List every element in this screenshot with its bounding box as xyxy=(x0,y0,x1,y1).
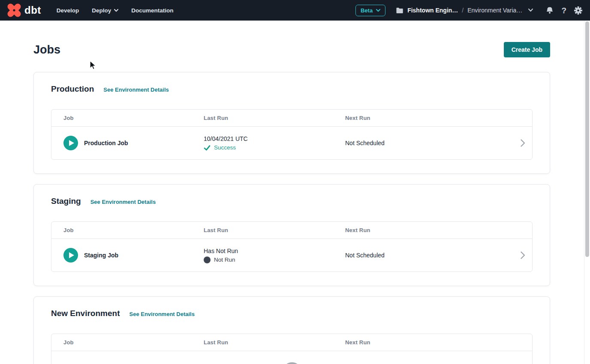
nav-documentation-label: Documentation xyxy=(131,7,173,14)
environment-card-new-environment: New Environment See Environment Details … xyxy=(33,296,550,364)
see-environment-details-link[interactable]: See Environment Details xyxy=(103,84,169,95)
nav-develop-label: Develop xyxy=(57,7,79,14)
main-nav: Develop Deploy Documentation xyxy=(57,7,174,14)
last-run-date: 10/04/2021 UTC xyxy=(204,135,345,142)
navbar-right: Beta Fishtown Engin… / Environment Varia… xyxy=(355,5,583,16)
breadcrumb-separator: / xyxy=(462,7,464,14)
notifications-button[interactable] xyxy=(545,6,554,15)
column-header-last-run: Last Run xyxy=(204,227,345,233)
last-run-status: Not Run xyxy=(214,257,235,263)
settings-button[interactable] xyxy=(573,6,583,15)
scrollbar-track[interactable] xyxy=(584,21,590,364)
dbt-logo-icon xyxy=(7,3,21,18)
jobs-table: Job Last Run Next Run Production Job 10/… xyxy=(51,109,533,160)
last-run-status: Success xyxy=(214,144,236,151)
chevron-down-icon xyxy=(114,9,118,12)
environment-name: Production xyxy=(51,84,94,95)
play-icon xyxy=(69,252,74,258)
empty-jobs-state: ? xyxy=(51,351,532,364)
job-name: Production Job xyxy=(84,140,128,146)
dbt-logo[interactable]: dbt xyxy=(7,3,41,18)
environment-card-staging: Staging See Environment Details Job Last… xyxy=(33,184,550,286)
column-header-next-run: Next Run xyxy=(345,227,506,233)
column-header-last-run: Last Run xyxy=(204,339,345,346)
column-header-job: Job xyxy=(63,115,204,121)
last-run-date: Has Not Run xyxy=(204,248,345,254)
help-button[interactable]: ? xyxy=(560,6,567,15)
run-job-button[interactable] xyxy=(63,248,78,263)
nav-item-develop[interactable]: Develop xyxy=(57,7,79,14)
next-run: Not Scheduled xyxy=(345,252,506,259)
gear-icon xyxy=(574,6,582,15)
column-header-last-run: Last Run xyxy=(204,115,345,121)
see-environment-details-link[interactable]: See Environment Details xyxy=(90,197,156,208)
see-environment-details-link[interactable]: See Environment Details xyxy=(129,309,194,320)
main-content: Jobs Create Job Production See Environme… xyxy=(0,21,584,364)
jobs-table: Job Last Run Next Run ? xyxy=(51,334,533,364)
success-check-icon xyxy=(204,145,211,151)
job-name: Staging Job xyxy=(84,252,118,259)
not-run-question-icon: ? xyxy=(204,257,211,263)
page-title: Jobs xyxy=(33,43,60,57)
breadcrumb-project[interactable]: Fishtown Engin… xyxy=(407,7,458,14)
environment-name: Staging xyxy=(51,196,81,207)
jobs-table-header: Job Last Run Next Run xyxy=(51,222,532,239)
page-header: Jobs Create Job xyxy=(33,42,550,57)
beta-label: Beta xyxy=(361,7,373,14)
brand-text: dbt xyxy=(24,4,41,16)
jobs-table: Job Last Run Next Run Staging Job Has No… xyxy=(51,221,533,272)
top-navbar: dbt Develop Deploy Documentation Beta Fi… xyxy=(0,0,590,21)
chevron-down-icon xyxy=(376,9,380,12)
nav-item-documentation[interactable]: Documentation xyxy=(131,7,173,14)
empty-state-question-icon: ? xyxy=(283,362,301,364)
chevron-right-icon[interactable] xyxy=(521,251,525,259)
nav-deploy-label: Deploy xyxy=(92,7,111,14)
column-header-next-run: Next Run xyxy=(345,339,506,346)
run-job-button[interactable] xyxy=(63,136,78,150)
chevron-down-icon[interactable] xyxy=(528,9,533,12)
job-row-production-job[interactable]: Production Job 10/04/2021 UTC Success No… xyxy=(51,127,532,159)
breadcrumb: Fishtown Engin… / Environment Varia… xyxy=(396,7,533,14)
scrollbar-thumb[interactable] xyxy=(585,21,589,257)
environment-card-production: Production See Environment Details Job L… xyxy=(33,72,550,174)
column-header-next-run: Next Run xyxy=(345,115,506,121)
breadcrumb-page[interactable]: Environment Varia… xyxy=(467,7,522,14)
create-job-button[interactable]: Create Job xyxy=(504,42,550,57)
question-mark-icon: ? xyxy=(561,6,566,15)
next-run: Not Scheduled xyxy=(345,140,506,146)
folder-icon xyxy=(396,7,403,14)
bell-icon xyxy=(546,6,554,15)
play-icon xyxy=(69,140,74,146)
jobs-table-header: Job Last Run Next Run xyxy=(51,110,532,127)
column-header-job: Job xyxy=(63,339,204,346)
job-row-staging-job[interactable]: Staging Job Has Not Run ? Not Run Not Sc… xyxy=(51,239,532,272)
chevron-right-icon[interactable] xyxy=(521,139,525,147)
jobs-table-header: Job Last Run Next Run xyxy=(51,334,532,351)
nav-item-deploy[interactable]: Deploy xyxy=(92,7,118,14)
column-header-job: Job xyxy=(63,227,204,233)
environment-name: New Environment xyxy=(51,308,120,319)
beta-dropdown[interactable]: Beta xyxy=(355,5,385,16)
